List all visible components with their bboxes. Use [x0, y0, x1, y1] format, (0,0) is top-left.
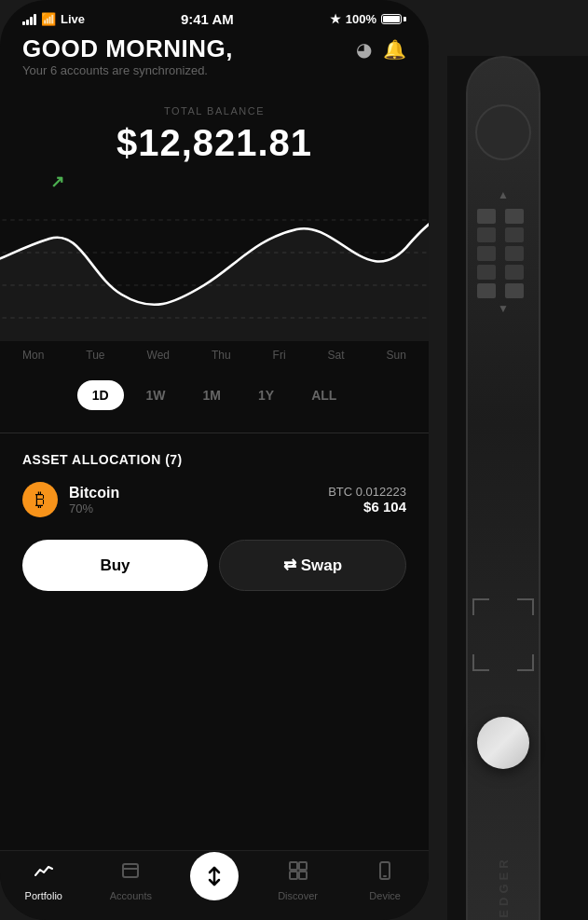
- period-1d[interactable]: 1D: [77, 380, 124, 410]
- greeting-text: GOOD MORNING,: [22, 34, 233, 63]
- device-pixel-block: [505, 265, 524, 280]
- device-connector-circle: [477, 717, 529, 769]
- device-body: ▲ ▼ LEDGER: [466, 56, 540, 920]
- nav-discover[interactable]: Discover: [270, 860, 326, 901]
- battery-icon: [381, 14, 406, 24]
- accounts-icon: [120, 860, 141, 886]
- day-tue: Tue: [86, 349, 104, 362]
- bottom-nav: Portfolio Accounts: [0, 850, 429, 920]
- phone-container: 📶 Live 9:41 AM ★ 100% GOOD MORNING, Your…: [0, 0, 429, 920]
- discover-icon: [288, 860, 308, 886]
- asset-allocation-title: ASSET ALLOCATION (7): [22, 452, 406, 467]
- signal-icon: [22, 14, 36, 25]
- svg-rect-8: [290, 862, 297, 870]
- day-mon: Mon: [22, 349, 44, 362]
- nav-portfolio[interactable]: Portfolio: [16, 860, 72, 901]
- chart-svg: [0, 192, 429, 341]
- chart-icon[interactable]: ◕: [356, 38, 372, 61]
- device-pixel-block: [505, 246, 524, 261]
- wifi-icon: 📶: [41, 12, 56, 26]
- portfolio-label: Portfolio: [25, 890, 62, 901]
- balance-label: TOTAL BALANCE: [22, 105, 406, 117]
- ledger-brand-text: LEDGER: [497, 856, 511, 920]
- device-pixel-block: [477, 283, 496, 298]
- bitcoin-info: Bitcoin 70%: [69, 485, 317, 515]
- bluetooth-icon: ★: [330, 12, 341, 26]
- accounts-label: Accounts: [110, 890, 152, 901]
- swap-button[interactable]: ⇄ Swap: [219, 540, 406, 591]
- header-icons: ◕ 🔔: [356, 38, 406, 61]
- period-1w[interactable]: 1W: [131, 380, 181, 410]
- discover-label: Discover: [278, 890, 318, 901]
- device-top-button: [475, 104, 531, 160]
- corner-mark-tl: [472, 598, 489, 615]
- status-left: 📶 Live: [22, 12, 85, 26]
- carrier-label: Live: [61, 12, 85, 26]
- period-all[interactable]: ALL: [296, 380, 351, 410]
- svg-rect-9: [299, 862, 307, 870]
- corner-mark-br: [517, 654, 534, 671]
- device-pixel-block: [505, 283, 524, 298]
- action-buttons: Buy ⇄ Swap: [22, 540, 406, 591]
- device-pixel-block: [477, 265, 496, 280]
- device-label: Device: [369, 890, 401, 901]
- device-icon-grid: [477, 209, 529, 298]
- time-labels: Mon Tue Wed Thu Fri Sat Sun: [22, 341, 406, 369]
- status-bar: 📶 Live 9:41 AM ★ 100%: [0, 0, 429, 34]
- period-selector: 1D 1W 1M 1Y ALL: [22, 380, 406, 410]
- svg-rect-10: [290, 872, 297, 879]
- transfer-button[interactable]: [190, 852, 239, 900]
- device-up-arrow: ▲: [477, 188, 529, 201]
- bitcoin-amounts: BTC 0.012223 $6 104: [328, 485, 406, 515]
- bell-icon[interactable]: 🔔: [383, 38, 406, 61]
- content-bottom: Mon Tue Wed Thu Fri Sat Sun 1D 1W 1M 1Y …: [0, 341, 429, 591]
- time-label: 9:41 AM: [181, 11, 234, 27]
- bitcoin-percentage: 70%: [69, 501, 317, 515]
- balance-section: TOTAL BALANCE $12,821.81: [22, 105, 406, 164]
- device-down-arrow: ▼: [477, 302, 529, 315]
- nav-device[interactable]: Device: [357, 860, 413, 901]
- period-1m[interactable]: 1M: [188, 380, 236, 410]
- day-sat: Sat: [328, 349, 345, 362]
- price-chart: [0, 192, 429, 341]
- device-screen-area: ▲ ▼: [477, 188, 529, 315]
- status-right: ★ 100%: [330, 12, 406, 26]
- corner-mark-bl: [472, 654, 489, 671]
- device-pixel-block: [505, 209, 524, 224]
- divider: [0, 433, 429, 433]
- ledger-device: ▲ ▼ LEDGER: [447, 56, 588, 920]
- period-1y[interactable]: 1Y: [243, 380, 289, 410]
- day-fri: Fri: [273, 349, 286, 362]
- portfolio-icon: [34, 860, 54, 886]
- day-thu: Thu: [212, 349, 231, 362]
- device-icon: [375, 860, 395, 886]
- balance-change: ↗: [22, 172, 406, 192]
- device-pixel-block: [477, 227, 496, 242]
- battery-label: 100%: [346, 12, 376, 26]
- bitcoin-icon: ₿: [22, 482, 58, 517]
- device-pixel-block: [477, 246, 496, 261]
- corner-mark-tr: [517, 598, 534, 615]
- bitcoin-name: Bitcoin: [69, 485, 317, 501]
- day-sun: Sun: [387, 349, 406, 362]
- bitcoin-asset-item: ₿ Bitcoin 70% BTC 0.012223 $6 104: [22, 482, 406, 517]
- day-wed: Wed: [147, 349, 170, 362]
- main-content: GOOD MORNING, Your 6 accounts are synchr…: [0, 34, 429, 192]
- buy-button[interactable]: Buy: [22, 540, 208, 591]
- subtitle-text: Your 6 accounts are synchronized.: [22, 63, 233, 77]
- nav-accounts[interactable]: Accounts: [103, 860, 158, 901]
- svg-rect-5: [123, 864, 138, 877]
- device-pixel-block: [505, 227, 524, 242]
- device-pixel-block: [477, 209, 496, 224]
- bitcoin-fiat-amount: $6 104: [328, 499, 406, 515]
- balance-amount: $12,821.81: [22, 122, 406, 164]
- svg-rect-11: [299, 872, 307, 879]
- header-section: GOOD MORNING, Your 6 accounts are synchr…: [22, 34, 406, 100]
- bitcoin-crypto-amount: BTC 0.012223: [328, 485, 406, 499]
